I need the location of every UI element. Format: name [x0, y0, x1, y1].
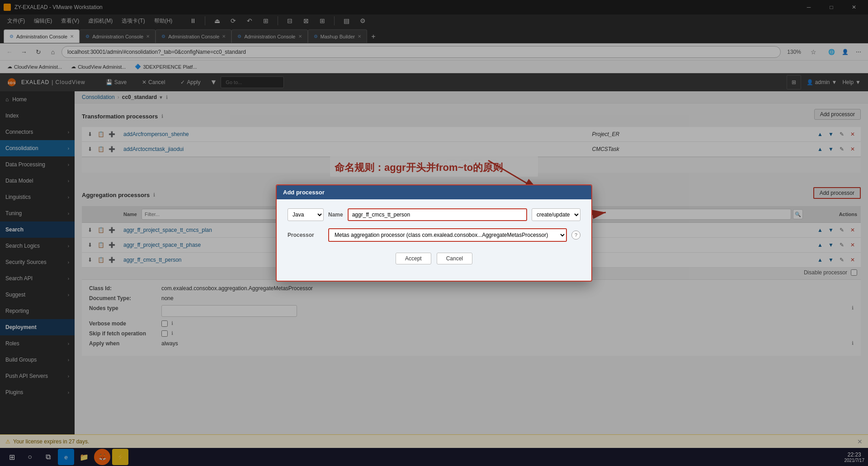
- modal-body: Java Name create/update Processor Metas …: [277, 199, 591, 281]
- modal-cancel-btn[interactable]: Cancel: [437, 253, 472, 264]
- modal-accept-btn[interactable]: Accept: [396, 253, 431, 264]
- modal-footer: Accept Cancel: [288, 249, 580, 272]
- modal-name-row: Java Name create/update: [288, 208, 580, 221]
- modal-mode-select[interactable]: create/update: [532, 208, 580, 221]
- modal-title: Add processor: [283, 189, 325, 196]
- modal-help-btn[interactable]: ?: [571, 231, 580, 240]
- modal-name-label: Name: [328, 212, 343, 218]
- add-processor-modal: Add processor Java Name create/update Pr…: [276, 184, 592, 282]
- modal-processor-label: Processor: [288, 232, 324, 238]
- modal-name-input[interactable]: [348, 208, 527, 221]
- modal-processor-row: Processor Metas aggregation processor (c…: [288, 228, 580, 242]
- modal-overlay: Add processor Java Name create/update Pr…: [0, 0, 868, 466]
- modal-lang-select[interactable]: Java: [288, 208, 324, 221]
- modal-header: Add processor: [277, 185, 591, 199]
- modal-processor-select[interactable]: Metas aggregation processor (class com.e…: [328, 228, 567, 242]
